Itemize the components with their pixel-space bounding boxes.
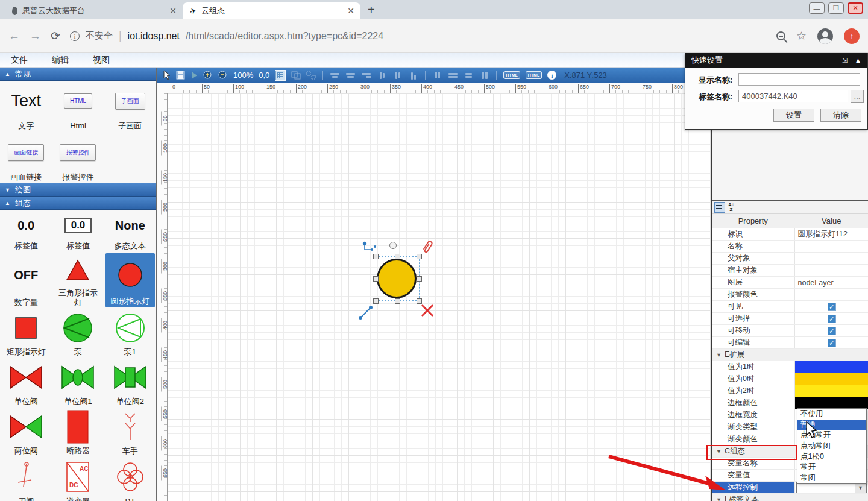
clear-button[interactable]: 清除 — [820, 109, 861, 122]
property-row-图层[interactable]: 图层nodeLayer — [712, 277, 868, 289]
tab-close-icon[interactable]: ✕ — [347, 6, 354, 16]
scada-item-三角形指示灯[interactable]: 三角形指示灯 — [52, 252, 104, 309]
scada-item-两位阀[interactable]: 两位阀 — [0, 408, 52, 457]
resize-handle-s[interactable] — [395, 298, 400, 304]
resize-handle-n[interactable] — [395, 254, 400, 259]
same-size-icon[interactable] — [479, 71, 489, 80]
color-swatch[interactable] — [795, 397, 868, 409]
dropdown-option-不使用[interactable]: 不使用 — [797, 409, 866, 420]
scada-item-单位阀[interactable]: 单位阀 — [0, 358, 52, 408]
remote-control-combo[interactable]: ▼ — [796, 482, 867, 493]
tab-scada-editor[interactable]: ✈ 云组态 ✕ — [183, 2, 360, 19]
attach-paperclip-icon[interactable] — [421, 239, 433, 256]
dock-icon[interactable]: ⇲ — [842, 57, 848, 65]
property-value[interactable] — [794, 385, 868, 397]
delete-x-icon[interactable] — [420, 303, 435, 320]
property-value[interactable]: ✓ — [794, 337, 868, 348]
close-button[interactable]: ✕ — [848, 2, 863, 14]
property-value[interactable] — [794, 373, 868, 385]
property-row-值为0时[interactable]: 值为0时 — [712, 373, 868, 385]
checkbox-checked-icon[interactable]: ✓ — [828, 339, 836, 347]
browser-update-icon[interactable]: ↑ — [844, 28, 860, 44]
collapse-arrow-icon[interactable]: ▲ — [855, 57, 861, 64]
group-icon[interactable] — [291, 71, 301, 80]
align-center-icon[interactable] — [345, 71, 356, 80]
dropdown-option-点动常闭[interactable]: 点动常闭 — [797, 441, 866, 452]
zoom-out-icon[interactable] — [218, 71, 228, 80]
browse-tag-button[interactable]: ... — [851, 90, 864, 103]
info-icon[interactable]: i — [547, 71, 556, 80]
scada-item-刀闸[interactable]: 刀闸 — [0, 457, 52, 501]
back-icon[interactable]: ← — [8, 30, 20, 43]
scada-item-标签值[interactable]: 0.0标签值 — [52, 210, 104, 252]
forward-icon[interactable]: → — [30, 30, 41, 43]
section-header-scada[interactable]: ▲ 组态 — [0, 197, 156, 210]
scada-item-圆形指示灯[interactable]: 圆形指示灯 — [105, 253, 155, 307]
property-row-可见[interactable]: 可见✓ — [712, 301, 868, 313]
align-left-icon[interactable] — [330, 71, 340, 80]
resize-handle-sw[interactable] — [373, 298, 379, 304]
property-row-L标签文本[interactable]: ▼L标签文本 — [712, 494, 868, 501]
resize-handle-e[interactable] — [417, 276, 422, 282]
dropdown-option-点动常开[interactable]: 点动常开 — [797, 430, 866, 441]
checkbox-checked-icon[interactable]: ✓ — [828, 327, 836, 335]
scada-item-泵[interactable]: 泵 — [52, 309, 104, 358]
property-row-可移动[interactable]: 可移动✓ — [712, 325, 868, 337]
section-header-general[interactable]: ▲ 常规 — [0, 68, 156, 81]
minimize-button[interactable]: — — [809, 2, 825, 14]
scada-item-多态文本[interactable]: None多态文本 — [104, 210, 156, 252]
align-bottom-icon[interactable] — [408, 71, 418, 80]
html-edit-icon[interactable]: HTML — [503, 71, 520, 79]
zoom-in-icon[interactable] — [203, 71, 213, 80]
display-name-input[interactable] — [738, 73, 860, 86]
dropdown-option-普通[interactable]: 普通 — [797, 420, 866, 430]
property-value[interactable] — [794, 265, 868, 276]
property-column-header[interactable]: Property — [712, 216, 794, 225]
menu-item-1[interactable]: 编辑 — [52, 55, 69, 66]
property-row-报警颜色[interactable]: 报警颜色 — [712, 289, 868, 301]
align-top-icon[interactable] — [377, 71, 387, 80]
property-value[interactable]: ✓ — [794, 325, 868, 336]
category-collapse-icon[interactable]: ▼ — [716, 449, 722, 455]
scada-item-标签值[interactable]: 0.0标签值 — [0, 210, 52, 252]
dropdown-option-点1松0[interactable]: 点1松0 — [797, 451, 866, 462]
property-value[interactable]: ✓ — [794, 301, 868, 312]
categorized-view-icon[interactable] — [714, 202, 725, 213]
general-item-画面链接[interactable]: 画面链接画面链接 — [0, 132, 52, 183]
scada-item-单位阀2[interactable]: 单位阀2 — [104, 358, 156, 408]
same-width-icon[interactable] — [448, 71, 458, 80]
dropdown-option-常闭[interactable]: 常闭 — [797, 473, 866, 484]
property-value[interactable] — [794, 349, 868, 361]
design-canvas[interactable] — [168, 93, 711, 501]
url-field[interactable]: i 不安全 | iot.idosp.net/html/scada/editor.… — [70, 30, 767, 42]
distribute-h-icon[interactable] — [432, 71, 442, 80]
connector-line-icon[interactable] — [358, 304, 374, 323]
menu-item-2[interactable]: 视图 — [93, 55, 110, 66]
property-value[interactable] — [794, 289, 868, 300]
property-value[interactable]: ✓ — [794, 313, 868, 324]
tag-name-input[interactable] — [738, 90, 848, 102]
menu-item-0[interactable]: 文件 — [11, 55, 28, 66]
info-icon[interactable]: i — [70, 31, 80, 41]
alphabetical-sort-icon[interactable]: A↓Z — [728, 203, 734, 212]
category-collapse-icon[interactable]: ▼ — [716, 352, 722, 358]
tab-close-icon[interactable]: ✕ — [169, 6, 177, 16]
property-row-E扩展[interactable]: ▼E扩展 — [712, 349, 868, 361]
property-value[interactable] — [794, 253, 868, 264]
align-middle-icon[interactable] — [392, 71, 403, 80]
color-swatch[interactable] — [795, 361, 868, 373]
property-row-值为1时[interactable]: 值为1时 — [712, 361, 868, 373]
scada-item-车手[interactable]: 车手 — [104, 408, 156, 457]
property-row-值为2时[interactable]: 值为2时 — [712, 385, 868, 397]
property-row-边框颜色[interactable]: 边框颜色 — [712, 397, 868, 409]
combo-dropdown-icon[interactable]: ▼ — [855, 483, 866, 493]
property-row-父对象[interactable]: 父对象 — [712, 253, 868, 265]
resize-handle-w[interactable] — [373, 276, 379, 282]
tab-platform[interactable]: 思普云大数据平台 ✕ — [5, 2, 183, 19]
property-value[interactable]: 圆形指示灯112 — [794, 228, 868, 240]
zoom-out-page-icon[interactable] — [776, 31, 785, 40]
general-item-文字[interactable]: Text文字 — [0, 81, 52, 132]
grid-toggle-icon[interactable] — [275, 70, 286, 81]
new-tab-button[interactable]: + — [368, 3, 375, 17]
property-row-可选择[interactable]: 可选择✓ — [712, 313, 868, 325]
